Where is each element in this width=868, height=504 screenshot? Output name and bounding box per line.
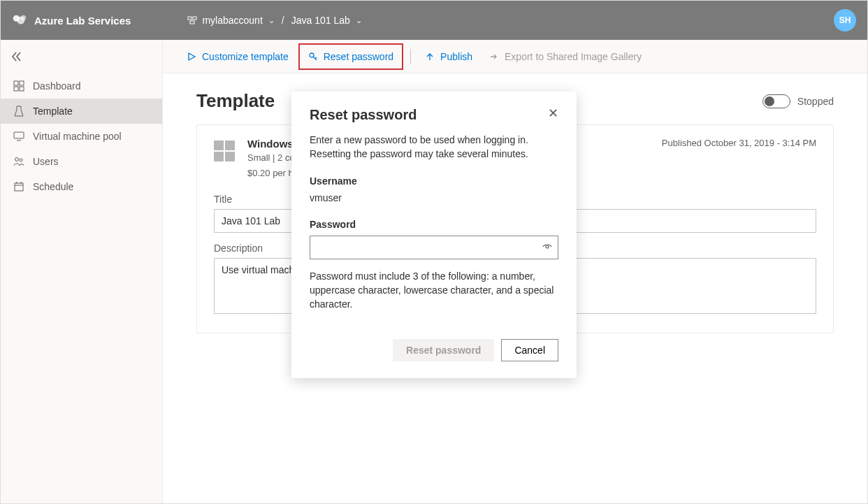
sidebar-item-label: Template bbox=[33, 106, 73, 117]
sidebar-item-label: Users bbox=[33, 156, 59, 167]
dialog-title: Reset password bbox=[310, 107, 417, 123]
template-icon bbox=[13, 106, 24, 117]
play-icon bbox=[187, 52, 196, 62]
svg-point-2 bbox=[21, 15, 26, 20]
dialog-cancel-button[interactable]: Cancel bbox=[501, 339, 558, 361]
close-icon[interactable]: ✕ bbox=[548, 107, 558, 120]
reset-password-button[interactable]: Reset password bbox=[298, 43, 403, 70]
collapse-sidebar-button[interactable] bbox=[1, 40, 162, 73]
product-logo: Azure Lab Services bbox=[12, 13, 131, 28]
sidebar: Dashboard Template Virtual machine pool … bbox=[1, 40, 163, 503]
svg-point-21 bbox=[546, 245, 549, 248]
topbar: Azure Lab Services mylabaccount ⌄ / Java… bbox=[1, 1, 867, 40]
breadcrumb-lab[interactable]: Java 101 Lab ⌄ bbox=[291, 15, 362, 26]
breadcrumb-account[interactable]: mylabaccount ⌄ bbox=[187, 15, 274, 26]
avatar[interactable]: SH bbox=[834, 9, 856, 31]
windows-icon bbox=[214, 141, 235, 161]
key-icon bbox=[308, 52, 318, 62]
breadcrumb-account-label: mylabaccount bbox=[202, 15, 262, 26]
schedule-icon bbox=[13, 181, 24, 192]
svg-point-12 bbox=[15, 158, 19, 161]
password-input[interactable] bbox=[310, 236, 558, 259]
azure-lab-icon bbox=[12, 13, 27, 28]
account-icon bbox=[187, 15, 198, 26]
password-label: Password bbox=[310, 219, 558, 230]
sidebar-item-users[interactable]: Users bbox=[1, 149, 162, 174]
chevron-double-left-icon bbox=[10, 50, 23, 63]
svg-rect-8 bbox=[14, 87, 18, 91]
svg-rect-3 bbox=[188, 17, 191, 20]
reveal-password-icon[interactable] bbox=[542, 241, 553, 254]
cmd-label: Reset password bbox=[324, 51, 393, 62]
cmd-label: Export to Shared Image Gallery bbox=[505, 51, 642, 62]
password-hint: Password must include 3 of the following… bbox=[310, 269, 558, 312]
sidebar-item-vm-pool[interactable]: Virtual machine pool bbox=[1, 124, 162, 149]
svg-rect-10 bbox=[14, 132, 24, 138]
svg-rect-14 bbox=[15, 183, 23, 191]
breadcrumb-separator: / bbox=[282, 15, 284, 26]
svg-rect-6 bbox=[14, 81, 18, 85]
dashboard-icon bbox=[13, 80, 24, 92]
vm-power-toggle[interactable] bbox=[762, 94, 790, 108]
upload-icon bbox=[425, 52, 435, 62]
sidebar-item-template[interactable]: Template bbox=[1, 99, 162, 124]
breadcrumb: mylabaccount ⌄ / Java 101 Lab ⌄ bbox=[187, 15, 361, 26]
vm-state-label: Stopped bbox=[797, 96, 834, 107]
export-gallery-button: Export to Shared Image Gallery bbox=[482, 45, 649, 68]
sidebar-item-label: Schedule bbox=[33, 181, 73, 192]
svg-rect-7 bbox=[20, 81, 24, 85]
chevron-down-icon: ⌄ bbox=[356, 16, 362, 25]
customize-template-button[interactable]: Customize template bbox=[180, 45, 296, 68]
vm-pool-icon bbox=[13, 131, 24, 142]
svg-rect-9 bbox=[20, 87, 24, 91]
svg-line-20 bbox=[315, 57, 317, 59]
svg-point-13 bbox=[20, 159, 22, 161]
sidebar-item-schedule[interactable]: Schedule bbox=[1, 174, 162, 199]
sidebar-item-label: Virtual machine pool bbox=[33, 131, 122, 142]
sidebar-item-label: Dashboard bbox=[33, 80, 81, 92]
page-title: Template bbox=[196, 90, 275, 112]
cmd-label: Publish bbox=[440, 51, 472, 62]
command-bar: Customize template Reset password Publis… bbox=[163, 40, 867, 73]
username-label: Username bbox=[310, 175, 558, 187]
dialog-description: Enter a new password to be used when log… bbox=[310, 133, 558, 161]
reset-password-dialog: Reset password ✕ Enter a new password to… bbox=[291, 92, 577, 378]
export-icon bbox=[489, 52, 499, 62]
sidebar-item-dashboard[interactable]: Dashboard bbox=[1, 73, 162, 99]
command-separator bbox=[410, 49, 411, 64]
product-name: Azure Lab Services bbox=[34, 15, 131, 27]
breadcrumb-lab-label: Java 101 Lab bbox=[291, 15, 350, 26]
chevron-down-icon: ⌄ bbox=[268, 16, 275, 25]
cmd-label: Customize template bbox=[202, 51, 289, 62]
users-icon bbox=[13, 156, 24, 167]
username-value: vmuser bbox=[310, 192, 558, 203]
svg-rect-4 bbox=[193, 17, 196, 20]
svg-rect-5 bbox=[190, 21, 194, 24]
dialog-reset-button[interactable]: Reset password bbox=[393, 339, 494, 361]
publish-button[interactable]: Publish bbox=[418, 45, 479, 68]
published-timestamp: Published October 31, 2019 - 3:14 PM bbox=[662, 138, 816, 148]
